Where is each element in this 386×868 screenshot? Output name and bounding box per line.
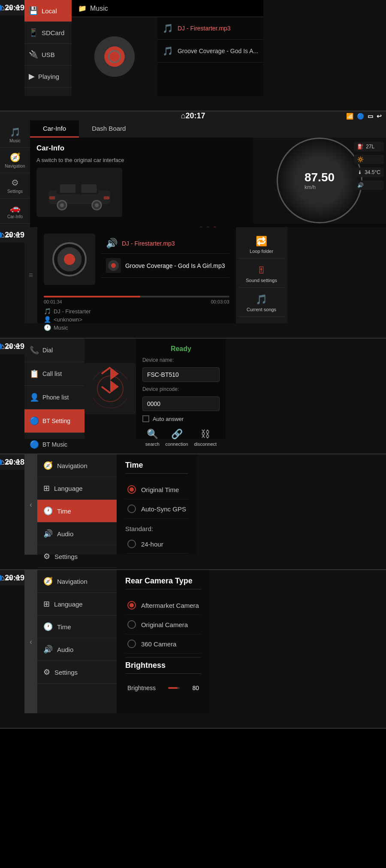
sidebar-collapse-btn[interactable]: ‹ xyxy=(24,454,37,555)
camera-aftermarket-option[interactable]: Aftermarket Camera xyxy=(125,596,201,615)
sidebar-item-navigation[interactable]: 🧭 Navigation xyxy=(0,148,30,173)
fuel-icon: ⛽ xyxy=(357,144,364,150)
back-icon-1[interactable]: ↩ xyxy=(15,4,20,11)
svg-line-12 xyxy=(102,367,110,374)
dash-indicators: ⛽ 27L 🔆 🌡 34.5°C 🔊 xyxy=(354,142,384,190)
camera-original-option[interactable]: Original Camera xyxy=(125,615,201,634)
settings-settings-btn-6[interactable]: ⚙ Settings xyxy=(37,661,117,684)
bt-search-btn[interactable]: 🔍 search xyxy=(145,429,160,447)
car-info-desc: A switch to the original car interface xyxy=(36,157,247,163)
list-item[interactable]: 🔊 DJ - Firestarter.mp3 xyxy=(102,234,229,254)
radio-dot xyxy=(130,487,134,492)
settings-audio-btn-6[interactable]: 🔊 Audio xyxy=(37,638,117,661)
bt-phonelist-btn[interactable]: 👤 Phone list xyxy=(24,386,84,409)
nav-icon-5: 🧭 xyxy=(43,461,53,470)
radio-24h[interactable] xyxy=(127,540,136,548)
music-sidebar: 💾 Local 📱 SDCard 🔌 USB ▶ Playing xyxy=(24,0,72,96)
radio-dot-aftermarket xyxy=(130,603,134,607)
back-icon-5[interactable]: ↩ xyxy=(15,459,20,466)
list-toggle-btn[interactable]: ≡ xyxy=(24,227,37,323)
auto-answer-checkbox[interactable] xyxy=(142,415,149,422)
settings-settings-btn[interactable]: ⚙ Settings xyxy=(37,545,117,568)
bluetooth-icon-5: 🔵 xyxy=(0,459,3,466)
meta-artist-row: 👤 <unknown> xyxy=(44,316,229,323)
settings-time-btn-6[interactable]: 🕐 Time xyxy=(37,616,117,638)
player-main: 🔊 DJ - Firestarter.mp3 Groove Coverage -… xyxy=(37,227,236,323)
camera-360-option[interactable]: 360 Camera xyxy=(125,634,201,654)
sidebar-item-carinfo[interactable]: 🚗 Car-Info xyxy=(0,198,30,224)
panel-settings-time: ⌂ 20:18 📶 🔵 ▭ ↩ ‹ 🧭 Navigation ⊞ Languag… xyxy=(0,454,386,570)
bt-calllist-btn[interactable]: 📋 Call list xyxy=(24,362,84,386)
time-original-option[interactable]: Original Time xyxy=(125,480,188,499)
settings-nav-btn[interactable]: 🧭 Navigation xyxy=(37,454,117,477)
radio-original-time[interactable] xyxy=(127,485,136,494)
album-art-area xyxy=(72,17,157,96)
tab-carinfo[interactable]: Car-Info xyxy=(30,120,79,138)
player-content: 🔊 DJ - Firestarter.mp3 Groove Coverage -… xyxy=(37,227,236,291)
bluetooth-icon-1: 🔵 xyxy=(0,4,3,11)
list-item[interactable]: 🎵 Groove Coverage - God Is A... xyxy=(157,40,263,63)
bt-dial-btn[interactable]: 📞 Dial xyxy=(24,339,84,362)
sidebar-item-playing[interactable]: ▶ Playing xyxy=(24,66,72,87)
back-icon-4[interactable]: ↩ xyxy=(15,343,20,350)
music-folder-header: 📁 Music xyxy=(72,0,263,17)
local-icon: 💾 xyxy=(29,6,38,15)
bluetooth-icon-4: 🔵 xyxy=(0,343,3,350)
radio-aftermarket[interactable] xyxy=(127,601,136,610)
back-icon-2[interactable]: ↩ xyxy=(377,113,382,120)
audio-indicator: 🔊 xyxy=(354,180,384,190)
status-bar-6: ⌂ 20:19 📶 🔵 ▭ ↩ xyxy=(0,570,24,586)
dial-icon: 📞 xyxy=(30,345,39,355)
connection-icon: 🔗 xyxy=(171,429,183,440)
sidebar-item-local[interactable]: 💾 Local xyxy=(24,0,72,22)
list-item[interactable]: Groove Coverage - God Is A Girl.mp3 xyxy=(102,254,229,278)
loop-icon: 🔁 xyxy=(256,236,267,247)
fuel-indicator: ⛽ 27L xyxy=(354,142,384,151)
bluetooth-sidebar: 📞 Dial 📋 Call list 👤 Phone list 🔵 BT Set… xyxy=(24,339,84,439)
bluetooth-icon-2: 🔵 xyxy=(357,113,364,120)
calllist-icon: 📋 xyxy=(30,369,39,378)
brightness-slider[interactable] xyxy=(168,687,180,689)
bt-disconnect-btn[interactable]: ⛓ disconnect xyxy=(194,429,217,447)
sidebar-collapse-btn-6[interactable]: ‹ xyxy=(24,570,37,713)
time-2: 20:17 xyxy=(185,111,205,120)
settings-lang-btn[interactable]: ⊞ Language xyxy=(37,477,117,500)
back-icon-6[interactable]: ↩ xyxy=(15,574,20,581)
folder-icon-meta: 🕐 xyxy=(44,324,51,331)
player-thumbnail xyxy=(44,234,95,285)
settings-time-btn[interactable]: 🕐 Time xyxy=(37,500,117,523)
bt-settings-btn[interactable]: 🔵 BT Setting xyxy=(24,409,84,433)
chevron-left-icon-6: ‹ xyxy=(30,637,32,646)
time-24h-option[interactable]: 24-hour xyxy=(125,535,188,554)
settings-lang-btn-6[interactable]: ⊞ Language xyxy=(37,593,117,616)
bt-connection-btn[interactable]: 🔗 connection xyxy=(166,429,188,447)
sidebar-item-usb[interactable]: 🔌 USB xyxy=(24,44,72,66)
tab-content: Car-Info A switch to the original car in… xyxy=(30,138,386,223)
time-autosync-option[interactable]: Auto-Sync GPS xyxy=(125,499,188,519)
music-icon: 🎵 xyxy=(10,127,21,137)
meta-title-row: 🎵 DJ - Firestarter xyxy=(44,308,229,315)
track-icon-1: 🎵 xyxy=(163,23,173,33)
sound-settings-btn[interactable]: 🎚 Sound settings xyxy=(238,261,285,288)
sidebar-item-settings[interactable]: ⚙ Settings xyxy=(0,173,30,198)
track-art-small xyxy=(108,260,119,271)
dashboard-section: 87.50 km/h ⛽ 27L 🔆 xyxy=(253,138,386,223)
radio-360-cam[interactable] xyxy=(127,640,136,648)
settings-audio-btn[interactable]: 🔊 Audio xyxy=(37,523,117,545)
radio-autosync-time[interactable] xyxy=(127,505,136,513)
status-bar-3: ⌂ 20:19 📶 🔵 ▭ ↩ xyxy=(0,227,24,243)
sidebar-item-sdcard[interactable]: 📱 SDCard xyxy=(24,22,72,44)
sidebar-item-music[interactable]: 🎵 Music xyxy=(0,123,30,148)
car-info-section: Car-Info A switch to the original car in… xyxy=(30,138,253,223)
loop-folder-btn[interactable]: 🔁 Loop folder xyxy=(238,231,285,258)
bt-music-btn[interactable]: 🔵 BT Music xyxy=(24,433,84,457)
home-icon-2[interactable]: ⌂ xyxy=(181,111,186,120)
current-songs-btn[interactable]: 🎵 Current songs xyxy=(238,290,285,317)
back-icon-3[interactable]: ↩ xyxy=(15,231,20,238)
progress-track[interactable] xyxy=(44,296,229,297)
settings-nav-btn-6[interactable]: 🧭 Navigation xyxy=(37,570,117,593)
tab-dashboard[interactable]: Dash Board xyxy=(79,120,139,138)
playing-icon: ▶ xyxy=(29,72,35,81)
list-item[interactable]: 🎵 DJ - Firestarter.mp3 xyxy=(157,17,263,40)
radio-original-cam[interactable] xyxy=(127,620,136,629)
